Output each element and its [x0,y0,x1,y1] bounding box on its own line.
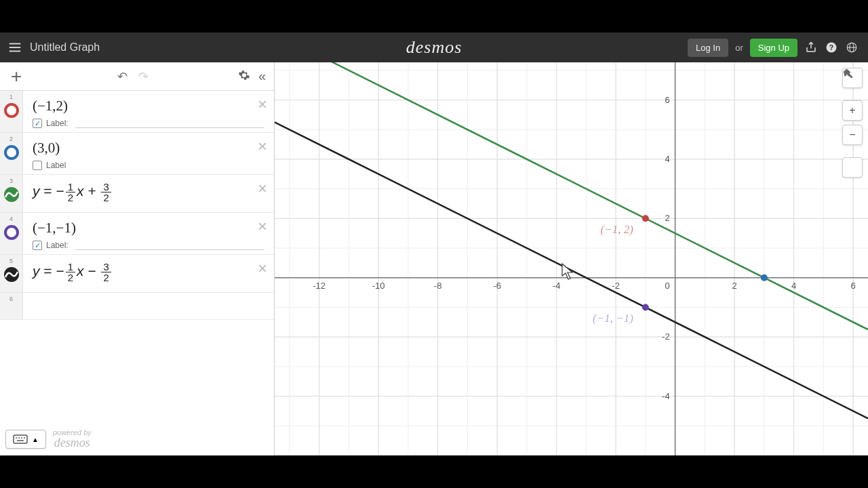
label-checkbox[interactable] [33,161,42,170]
keyboard-button[interactable]: ▲ [5,430,46,449]
zoom-out-button[interactable]: − [842,125,863,145]
home-button[interactable] [842,157,863,178]
graph-title[interactable]: Untitled Graph [30,41,100,54]
line-icon[interactable] [4,187,19,202]
expression-tab: 4 [0,213,23,254]
svg-text:-12: -12 [313,281,326,291]
label-text: Label: [46,241,68,250]
expression-tab: 5 [0,255,23,292]
sidebar-toolbar: + ↶ ↷ « [0,62,274,91]
expression-list: 1(−1,2)✓Label:×2(3,0)Label×3y = −12x + 3… [0,91,274,455]
expression-row[interactable]: 6 [0,293,274,320]
expression-tab: 2 [0,133,23,174]
svg-point-86 [761,274,768,281]
help-icon[interactable]: ? [825,41,838,54]
point-icon[interactable] [4,145,19,160]
delete-expression-button[interactable]: × [258,260,267,277]
login-button[interactable]: Log In [688,39,728,57]
expression-math[interactable]: (−1,2) [33,98,264,115]
graph-area[interactable]: -12-10-8-6-4-2246-4-22460(−1, 2)(−1, −1)… [275,62,868,455]
expression-tab: 3 [0,175,23,212]
settings-button[interactable] [238,69,250,84]
collapse-sidebar-button[interactable]: « [256,68,269,84]
svg-point-85 [642,215,649,222]
svg-text:-10: -10 [372,281,385,291]
svg-text:-4: -4 [553,281,561,291]
svg-text:?: ? [829,43,833,52]
svg-text:-8: -8 [434,281,442,291]
graph-tools: + − [842,68,863,178]
label-text: Label: [46,119,68,128]
point-icon[interactable] [4,225,19,240]
svg-line-69 [275,122,868,418]
label-row: ✓Label: [33,241,264,250]
expression-body[interactable]: (−1,−1)✓Label:× [23,213,274,254]
point-icon[interactable] [4,103,19,118]
label-checkbox[interactable]: ✓ [33,119,42,128]
undo-redo: ↶ ↷ [33,69,233,84]
expression-math[interactable]: y = −12x − 32 [33,262,264,283]
expression-number: 6 [9,296,13,302]
label-input[interactable] [75,119,264,128]
svg-text:0: 0 [665,281,669,291]
share-icon[interactable] [804,41,818,54]
language-icon[interactable] [845,41,859,54]
delete-expression-button[interactable]: × [258,180,267,197]
body: + ↶ ↷ « 1(−1,2)✓Label:×2(3,0)Label×3y = … [0,62,868,455]
delete-expression-button[interactable]: × [258,96,267,113]
expression-body[interactable]: y = −12x − 32× [23,255,274,292]
svg-rect-9 [14,435,27,443]
add-expression-button[interactable]: + [5,67,27,86]
label-checkbox[interactable]: ✓ [33,241,42,250]
redo-button[interactable]: ↷ [138,69,149,84]
delete-expression-button[interactable]: × [258,138,267,155]
signup-button[interactable]: Sign Up [750,39,797,57]
svg-text:4: 4 [791,281,796,291]
svg-text:6: 6 [665,95,669,105]
expression-tab: 1 [0,91,23,132]
zoom-in-button[interactable]: + [842,100,863,121]
svg-text:-6: -6 [493,281,501,291]
powered-by: powered by desmos [53,428,92,450]
delete-expression-button[interactable]: × [258,218,267,235]
svg-text:2: 2 [665,213,669,223]
line-icon[interactable] [4,267,19,282]
svg-point-87 [642,304,649,310]
svg-text:-4: -4 [662,391,670,401]
svg-text:(−1, −1): (−1, −1) [593,312,633,325]
or-text: or [735,43,743,53]
expression-body[interactable] [23,293,274,319]
expression-number: 2 [9,136,13,142]
expression-body[interactable]: y = −12x + 32× [23,175,274,212]
label-row: Label [33,161,264,170]
expression-math[interactable]: (−1,−1) [33,220,264,237]
sidebar-footer: ▲ powered by desmos [5,428,92,450]
expression-math[interactable]: (3,0) [33,140,264,157]
expression-body[interactable]: (−1,2)✓Label:× [23,91,274,132]
expression-sidebar: + ↶ ↷ « 1(−1,2)✓Label:×2(3,0)Label×3y = … [0,62,275,455]
expression-row[interactable]: 5y = −12x − 32× [0,255,274,293]
label-text: Label [46,161,66,170]
label-row: ✓Label: [33,119,264,128]
svg-text:2: 2 [732,281,737,291]
expression-number: 4 [9,216,13,222]
svg-text:4: 4 [665,154,669,164]
expression-number: 3 [9,178,13,184]
expression-row[interactable]: 3y = −12x + 32× [0,175,274,213]
svg-text:(−1, 2): (−1, 2) [601,223,634,236]
svg-text:-2: -2 [612,281,620,291]
undo-button[interactable]: ↶ [117,69,127,84]
expression-math[interactable]: y = −12x + 32 [33,182,264,203]
header: Untitled Graph desmos Log In or Sign Up … [0,33,868,62]
expression-row[interactable]: 4(−1,−1)✓Label:× [0,213,274,255]
expression-tab: 6 [0,293,23,319]
label-input[interactable] [75,241,264,250]
app-window: Untitled Graph desmos Log In or Sign Up … [0,33,868,455]
expression-number: 1 [9,94,13,100]
expression-row[interactable]: 2(3,0)Label× [0,133,274,175]
svg-text:6: 6 [851,281,856,291]
svg-line-68 [275,62,868,329]
expression-body[interactable]: (3,0)Label× [23,133,274,174]
menu-button[interactable] [0,33,30,62]
expression-row[interactable]: 1(−1,2)✓Label:× [0,91,274,133]
